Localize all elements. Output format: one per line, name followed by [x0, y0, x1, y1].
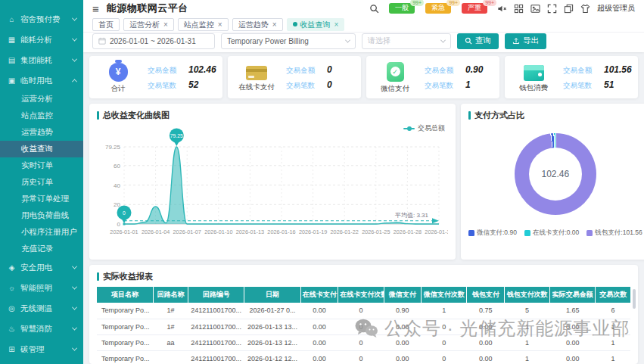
table-cell: 1 — [422, 303, 467, 319]
export-button[interactable]: 导出 — [505, 33, 546, 49]
table-cell: 0.00 — [384, 350, 422, 364]
menu-collapse-icon[interactable] — [92, 3, 99, 14]
metric-label: 交易金额 — [148, 66, 182, 76]
stat-card-metrics: 交易金额0.90交易笔数1 — [425, 64, 483, 91]
line-chart-title-text: 总收益变化曲线图 — [103, 110, 170, 121]
metric-label: 交易笔数 — [563, 81, 598, 91]
copy-icon[interactable] — [564, 4, 574, 14]
sidebar-subitem-recharge-records[interactable]: 充值记录 — [0, 241, 83, 257]
table-cell: Temporary Po... — [97, 303, 153, 319]
sidebar-subitem-realtime-orders[interactable]: 实时订单 — [0, 157, 83, 174]
table-cell: 0 — [338, 334, 384, 350]
table-cell: 0.00 — [467, 319, 505, 334]
image-icon[interactable] — [530, 4, 540, 14]
metric-value: 51 — [604, 79, 614, 90]
table-cell: 2026-01-27 0... — [244, 303, 300, 319]
sidebar-subitem-op-analysis[interactable]: 运营分析 — [0, 91, 83, 107]
table-scrollbar[interactable] — [633, 289, 636, 309]
sidebar-item-temp-power[interactable]: ▣临时用电 — [0, 70, 83, 91]
sidebar-item-carbon-mgmt[interactable]: ⊞碳管理 — [0, 339, 83, 359]
revenue-table-card: 实际收益报表 项目名称回路名称回路编号日期在线卡支付在线卡支付次数微信支付微信支… — [89, 265, 638, 364]
stat-card-wechat-pay: ✓微信支付交易金额0.90交易笔数1 — [366, 56, 499, 98]
alarm-badge-urgent[interactable]: 紧急99+ — [425, 3, 451, 14]
theme-skin-icon[interactable] — [580, 4, 590, 14]
sidebar-item-smart-fire[interactable]: ♨智慧消防 — [0, 319, 83, 339]
table-row: Temporary Po...241211001700...2026-01-12… — [97, 350, 630, 364]
tab-revenue-query[interactable]: 收益查询× — [287, 18, 345, 31]
project-select[interactable]: Temporary Power Billing — [221, 33, 356, 49]
sidebar-subitem-op-trend[interactable]: 运营趋势 — [0, 124, 83, 141]
sidebar-item-energy-analysis[interactable]: ▦能耗分析 — [0, 30, 83, 50]
table-cell: 0.00 — [467, 350, 505, 364]
metric-label: 交易笔数 — [425, 81, 459, 91]
secondary-select[interactable]: 请选择 — [362, 33, 451, 49]
close-icon[interactable]: × — [334, 20, 339, 30]
sidebar-item-label: 碳管理 — [20, 344, 68, 355]
metric-label: 交易笔数 — [148, 81, 182, 91]
stat-card-metrics: 交易金额0交易笔数0 — [286, 64, 332, 91]
alarm-badge-general[interactable]: 一般99+ — [389, 3, 415, 14]
sidebar-item-wireless-temp[interactable]: ◎无线测温 — [0, 298, 83, 319]
metric-label: 交易金额 — [286, 66, 321, 76]
donut-legend-item-1[interactable]: 在线卡支付:0.00 — [524, 229, 579, 238]
sidebar-item-dorm-prepaid[interactable]: ⌂宿舍预付费 — [0, 9, 83, 30]
sidebar-subitem-load-curve[interactable]: 用电负荷曲线 — [0, 207, 83, 224]
bulb-icon: ☼ — [8, 284, 16, 292]
table-cell: 2026-01-13 13... — [244, 319, 300, 334]
sidebar-item-label: 智慧消防 — [20, 324, 68, 334]
donut-legend: 微信支付:0.90在线卡支付:0.00钱包支付:101.56 — [468, 229, 642, 238]
close-icon[interactable]: × — [163, 20, 168, 30]
date-range-input[interactable]: 2026-01-01 ~ 2026-01-31 — [92, 33, 215, 49]
line-chart-legend[interactable]: 交易总额 — [403, 123, 445, 133]
sidebar-item-label: 集团能耗 — [20, 55, 68, 66]
tab-op-trend[interactable]: 运营趋势× — [232, 18, 283, 31]
sidebar-subitem-revenue-query[interactable]: 收益查询 — [0, 141, 83, 157]
date-range-value: 2026-01-01 ~ 2026-01-31 — [110, 37, 196, 45]
close-icon[interactable]: × — [218, 20, 222, 30]
sidebar-item-group-energy[interactable]: ▤集团能耗 — [0, 50, 83, 70]
tab-home[interactable]: 首页 — [92, 18, 120, 31]
donut-legend-item-0[interactable]: 微信支付:0.90 — [468, 229, 517, 238]
sidebar-item-smart-lighting[interactable]: ☼智能照明 — [0, 278, 83, 298]
topbar: 能源物联网云平台 一般99+紧急99+严重99+ 超级管理员 — [83, 0, 644, 17]
legend-text: 在线卡支付:0.00 — [533, 229, 579, 238]
content: ¥合计交易金额102.46交易笔数52在线卡支付交易金额0交易笔数0✓微信支付交… — [83, 52, 644, 364]
metric-value: 1 — [465, 79, 471, 90]
sidebar-item-safe-power[interactable]: ◈安全用电 — [0, 257, 83, 278]
fullscreen-icon[interactable] — [547, 4, 557, 14]
grid-icon[interactable] — [514, 4, 524, 14]
table-cell: 0.00 — [384, 319, 422, 334]
tab-op-analysis[interactable]: 运营分析× — [123, 18, 174, 31]
legend-swatch — [524, 230, 530, 236]
table-cell: 0.00 — [300, 350, 338, 364]
search-icon[interactable] — [369, 4, 379, 14]
close-icon[interactable]: × — [272, 20, 277, 30]
table-cell: 0.00 — [300, 334, 338, 350]
table-cell: 241211001700... — [188, 334, 244, 350]
svg-text:79.25: 79.25 — [105, 144, 121, 151]
table-cell: 1 — [504, 334, 549, 350]
svg-text:2026-01-19: 2026-01-19 — [299, 229, 327, 235]
table-cell: 241211001700... — [188, 303, 244, 319]
user-name[interactable]: 超级管理员 — [597, 3, 635, 14]
line-chart-title: 总收益变化曲线图 — [97, 110, 448, 121]
table-cell: aa — [153, 334, 188, 350]
tab-label: 站点监控 — [184, 20, 214, 30]
volume-mute-icon[interactable] — [497, 4, 507, 14]
sidebar-item-charging-pile[interactable]: ⊡充电桩 — [0, 359, 83, 364]
table-cell: 1.65 — [550, 303, 596, 319]
search-button[interactable]: 查询 — [457, 33, 499, 49]
donut-legend-item-2[interactable]: 钱包支付:101.56 — [586, 229, 642, 238]
header-block: 能源物联网云平台 一般99+紧急99+严重99+ 超级管理员 首页运营分析×站点… — [83, 0, 644, 52]
sidebar-subitem-miniapp-users[interactable]: 小程序注册用户 — [0, 224, 83, 241]
alarm-count-badge: 99+ — [446, 0, 460, 6]
sidebar-subitem-abnormal-orders[interactable]: 异常订单处理 — [0, 191, 83, 207]
sidebar-subitem-history-orders[interactable]: 历史订单 — [0, 174, 83, 191]
table-cell: 1 — [596, 350, 630, 364]
search-icon — [465, 37, 472, 45]
tab-site-monitor[interactable]: 站点监控× — [178, 18, 229, 31]
thermometer-icon: ◎ — [8, 304, 16, 313]
sidebar-subitem-site-monitor[interactable]: 站点监控 — [0, 107, 83, 124]
money-bag-icon: ¥ — [109, 63, 128, 82]
alarm-badge-severe[interactable]: 严重99+ — [462, 3, 487, 14]
